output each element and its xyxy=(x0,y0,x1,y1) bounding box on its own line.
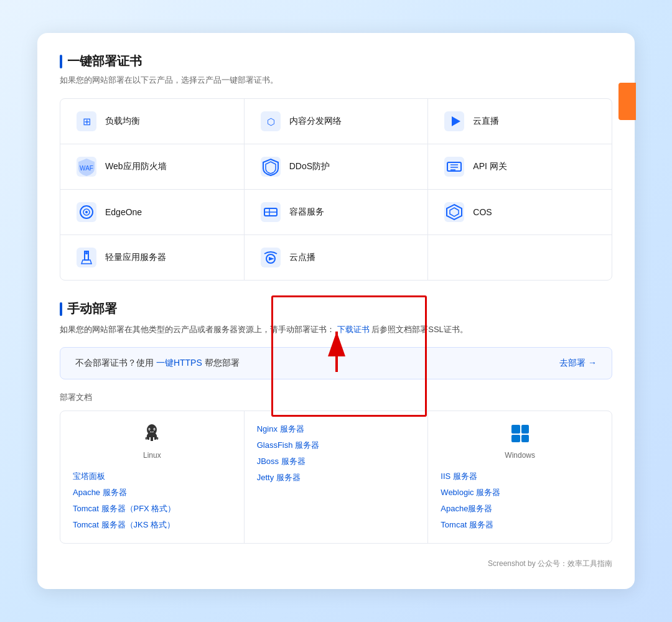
load-balance-icon: ⊞ xyxy=(75,110,98,132)
manual-desc: 如果您的网站部署在其他类型的云产品或者服务器资源上，请手动部署证书： 下载证书 … xyxy=(60,322,612,337)
product-name-waf: Web应用防火墙 xyxy=(105,161,167,172)
svg-point-35 xyxy=(149,429,151,430)
product-cell-live[interactable]: 云直播 xyxy=(428,99,612,144)
windows-icon xyxy=(508,421,533,446)
product-name-ddos: DDoS防护 xyxy=(289,161,330,172)
product-cell-lighthouse[interactable]: 轻量应用服务器 xyxy=(60,235,245,280)
deploy-link[interactable]: 去部署 → xyxy=(559,358,597,369)
container-icon xyxy=(259,201,282,223)
one-click-https-link[interactable]: 一键HTTPS xyxy=(156,358,202,368)
live-icon xyxy=(443,110,465,132)
cdn-icon: ⬡ xyxy=(259,110,282,132)
docs-col-linux-header: Linux xyxy=(73,421,231,460)
svg-rect-37 xyxy=(511,425,520,434)
docs-item-weblogic[interactable]: Weblogic 服务器 xyxy=(441,485,599,501)
docs-col-windows-header: Windows xyxy=(441,421,599,460)
product-cell-load-balance[interactable]: ⊞ 负载均衡 xyxy=(60,99,245,144)
docs-item-baota[interactable]: 宝塔面板 xyxy=(73,468,231,485)
docs-item-win-apache[interactable]: Apache服务器 xyxy=(441,501,599,517)
svg-point-36 xyxy=(154,429,156,430)
main-card: 一键部署证书 如果您的网站部署在以下云产品，选择云产品一键部署证书。 ⊞ 负载均… xyxy=(37,33,635,588)
svg-text:WAF: WAF xyxy=(80,165,93,172)
docs-item-apache[interactable]: Apache 服务器 xyxy=(73,485,231,501)
docs-item-tomcat-jks[interactable]: Tomcat 服务器（JKS 格式） xyxy=(73,517,231,533)
orange-sidebar-tab[interactable] xyxy=(618,83,636,120)
windows-label: Windows xyxy=(505,451,535,460)
docs-row: Linux 宝塔面板 Apache 服务器 Tomcat 服务器（PFX 格式）… xyxy=(60,411,612,543)
docs-col-linux: Linux 宝塔面板 Apache 服务器 Tomcat 服务器（PFX 格式）… xyxy=(60,411,245,543)
docs-grid: Linux 宝塔面板 Apache 服务器 Tomcat 服务器（PFX 格式）… xyxy=(60,411,612,544)
svg-point-26 xyxy=(85,252,88,254)
product-name-live: 云直播 xyxy=(473,116,499,127)
product-name-cdn: 内容分发网络 xyxy=(289,116,342,127)
docs-item-iis[interactable]: IIS 服务器 xyxy=(441,468,599,485)
svg-text:⊞: ⊞ xyxy=(83,116,91,127)
api-gateway-icon xyxy=(443,156,465,178)
product-row: 轻量应用服务器 云点播 xyxy=(60,235,612,280)
https-banner-text: 不会部署证书？使用 一键HTTPS 帮您部署 xyxy=(75,358,240,369)
product-name-load-balance: 负载均衡 xyxy=(105,116,140,127)
cos-icon xyxy=(443,201,465,223)
docs-item-glassfish[interactable]: GlassFish 服务器 xyxy=(257,437,416,453)
manual-section: 手动部署 如果您的网站部署在其他类型的云产品或者服务器资源上，请手动部署证书： … xyxy=(60,300,612,543)
svg-point-17 xyxy=(85,211,88,213)
waf-icon: WAF xyxy=(75,156,98,178)
product-cell-vod[interactable]: 云点播 xyxy=(245,235,429,280)
docs-item-jetty[interactable]: Jetty 服务器 xyxy=(257,470,416,486)
docs-item-tomcat-pfx[interactable]: Tomcat 服务器（PFX 格式） xyxy=(73,501,231,517)
docs-col-middle: Nginx 服务器 GlassFish 服务器 JBoss 服务器 Jetty … xyxy=(245,411,429,543)
product-grid: ⊞ 负载均衡 ⬡ 内容分发网络 xyxy=(60,98,612,281)
svg-rect-39 xyxy=(511,435,520,442)
docs-item-nginx[interactable]: Nginx 服务器 xyxy=(257,421,416,437)
product-cell-edgeone[interactable]: EdgeOne xyxy=(60,190,245,234)
product-cell-api-gateway[interactable]: API 网关 xyxy=(428,144,612,189)
product-name-cos: COS xyxy=(473,207,492,217)
edgeone-icon xyxy=(75,201,98,223)
docs-label: 部署文档 xyxy=(60,392,612,403)
svg-rect-23 xyxy=(77,248,96,267)
product-name-lighthouse: 轻量应用服务器 xyxy=(105,252,166,263)
product-name-edgeone: EdgeOne xyxy=(105,207,142,217)
product-cell-cos[interactable]: COS xyxy=(428,190,612,234)
docs-item-jboss[interactable]: JBoss 服务器 xyxy=(257,453,416,470)
manual-section-title: 手动部署 xyxy=(60,300,612,317)
product-cell-ddos[interactable]: DDoS防护 xyxy=(245,144,429,189)
vod-icon xyxy=(259,246,282,269)
svg-rect-40 xyxy=(521,435,529,442)
product-cell-cdn[interactable]: ⬡ 内容分发网络 xyxy=(245,99,429,144)
product-name-api-gateway: API 网关 xyxy=(473,161,506,172)
docs-item-win-tomcat[interactable]: Tomcat 服务器 xyxy=(441,517,599,533)
onekey-section-title: 一键部署证书 xyxy=(60,53,612,70)
linux-label: Linux xyxy=(143,451,161,460)
product-row: ⊞ 负载均衡 ⬡ 内容分发网络 xyxy=(60,99,612,144)
svg-text:⬡: ⬡ xyxy=(266,116,274,127)
ddos-icon xyxy=(259,156,282,178)
product-row: WAF Web应用防火墙 DDoS防护 xyxy=(60,144,612,190)
docs-col-windows: Windows IIS 服务器 Weblogic 服务器 Apache服务器 T… xyxy=(428,411,612,543)
https-banner: 不会部署证书？使用 一键HTTPS 帮您部署 去部署 → xyxy=(60,347,612,379)
lighthouse-icon xyxy=(75,246,98,269)
watermark: Screenshot by 公众号：效率工具指南 xyxy=(60,559,612,569)
product-cell-waf[interactable]: WAF Web应用防火墙 xyxy=(60,144,245,189)
svg-rect-38 xyxy=(521,425,529,434)
product-name-vod: 云点播 xyxy=(289,252,315,263)
product-cell-container[interactable]: 容器服务 xyxy=(245,190,429,234)
product-row: EdgeOne 容器服务 xyxy=(60,190,612,235)
onekey-section-desc: 如果您的网站部署在以下云产品，选择云产品一键部署证书。 xyxy=(60,75,612,86)
download-cert-link[interactable]: 下载证书 xyxy=(337,325,370,334)
linux-icon xyxy=(139,421,164,446)
product-name-container: 容器服务 xyxy=(289,207,324,218)
